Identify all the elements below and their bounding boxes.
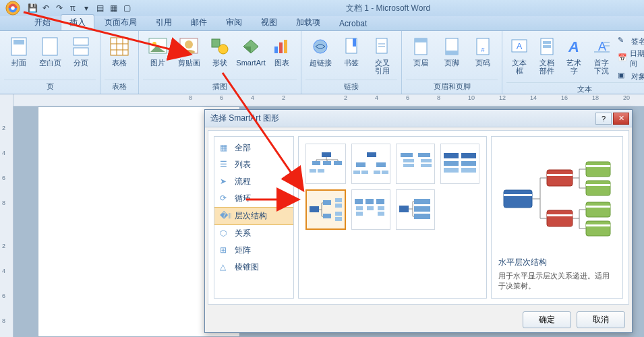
table-button[interactable]: 表格 xyxy=(105,34,134,69)
dialog-titlebar: 选择 SmartArt 图形 ? ✕ xyxy=(205,110,632,127)
group-text: A文本框 文档部件 A艺术字 A首字下沉 ✎签名行 ▾ 📅日期和时间 ▣对象 ▾… xyxy=(502,31,644,94)
svg-rect-48 xyxy=(310,169,316,173)
svg-rect-94 xyxy=(586,162,610,177)
cover-page-button[interactable]: 封面 xyxy=(4,34,34,69)
category-cycle[interactable]: ⟳循环 xyxy=(214,190,293,207)
preview-description: 用于水平显示层次关系递进。适用于决策树。 xyxy=(498,271,616,291)
qat-dropdown-icon[interactable]: ▾ xyxy=(81,3,92,13)
group-label: 表格 xyxy=(105,80,134,94)
tab-addins[interactable]: 加载项 xyxy=(287,14,329,30)
svg-rect-75 xyxy=(335,217,342,221)
undo-icon[interactable]: ↶ xyxy=(40,3,51,13)
category-label: 棱锥图 xyxy=(235,262,259,273)
tab-view[interactable]: 视图 xyxy=(252,14,286,30)
layout-thumb-1[interactable] xyxy=(351,144,390,184)
layout-thumb-5[interactable] xyxy=(351,189,390,230)
category-all[interactable]: ▦全部 xyxy=(214,140,293,156)
clipart-button[interactable]: 剪贴画 xyxy=(174,34,204,69)
close-button[interactable]: ✕ xyxy=(613,113,629,125)
layout-thumb-2[interactable] xyxy=(396,144,435,184)
tab-review[interactable]: 审阅 xyxy=(217,14,251,30)
category-matrix[interactable]: ⊞矩阵 xyxy=(214,242,293,259)
svg-rect-5 xyxy=(74,38,88,45)
category-list[interactable]: ☰列表 xyxy=(214,156,293,173)
svg-rect-65 xyxy=(444,161,459,166)
wordart-button[interactable]: A艺术字 xyxy=(561,34,587,77)
object-button[interactable]: ▣对象 ▾ xyxy=(616,70,644,82)
svg-rect-4 xyxy=(42,38,57,55)
svg-rect-52 xyxy=(376,162,386,167)
cancel-button[interactable]: 取消 xyxy=(577,311,625,328)
qat-item3-icon[interactable]: ▢ xyxy=(121,3,132,13)
category-icon: ☰ xyxy=(220,160,231,171)
crossref-button[interactable]: 交叉 引用 xyxy=(368,34,397,77)
tab-acrobat[interactable]: Acrobat xyxy=(330,16,376,30)
tab-references[interactable]: 引用 xyxy=(147,14,181,30)
page-break-button[interactable]: 分页 xyxy=(66,34,96,69)
svg-rect-49 xyxy=(318,169,324,173)
layout-thumb-3[interactable] xyxy=(440,144,479,184)
shapes-button[interactable]: 形状 xyxy=(205,34,235,69)
qat-item2-icon[interactable]: ▦ xyxy=(108,3,119,13)
smartart-button[interactable]: SmartArt xyxy=(236,34,266,69)
svg-rect-55 xyxy=(374,171,380,174)
bookmark-button[interactable]: 书签 xyxy=(336,34,366,69)
horizontal-hierarchy-icon xyxy=(500,158,614,239)
svg-rect-21 xyxy=(284,40,287,53)
svg-point-18 xyxy=(218,44,228,54)
ok-button[interactable]: 确定 xyxy=(523,311,571,328)
svg-rect-85 xyxy=(414,199,430,204)
layout-gallery xyxy=(298,136,487,299)
svg-rect-97 xyxy=(586,184,610,186)
header-button[interactable]: 页眉 xyxy=(406,34,436,69)
textbox-button[interactable]: A文本框 xyxy=(506,34,532,77)
svg-rect-46 xyxy=(323,161,331,165)
tab-home[interactable]: 开始 xyxy=(26,14,59,30)
signature-icon: ✎ xyxy=(618,36,628,47)
picture-button[interactable]: 图片 xyxy=(143,34,173,69)
office-button[interactable] xyxy=(1,0,24,16)
chart-button[interactable]: 图表 xyxy=(267,34,297,69)
svg-point-13 xyxy=(152,42,156,46)
svg-rect-54 xyxy=(361,171,368,174)
tab-pagelayout[interactable]: 页面布局 xyxy=(96,14,146,30)
group-label: 链接 xyxy=(305,80,397,94)
svg-rect-29 xyxy=(446,51,458,55)
svg-rect-70 xyxy=(323,200,331,205)
svg-rect-57 xyxy=(401,153,413,157)
svg-rect-82 xyxy=(378,206,384,210)
svg-rect-61 xyxy=(421,159,432,162)
redo-icon[interactable]: ↷ xyxy=(54,3,65,13)
category-label: 循环 xyxy=(235,193,251,204)
signature-line-button[interactable]: ✎签名行 ▾ xyxy=(616,35,644,47)
category-pyramid[interactable]: △棱锥图 xyxy=(214,259,293,276)
category-process[interactable]: ➤流程 xyxy=(214,173,293,190)
footer-button[interactable]: 页脚 xyxy=(437,34,467,69)
quickparts-button[interactable]: 文档部件 xyxy=(533,34,559,77)
tab-insert[interactable]: 插入 xyxy=(61,14,94,30)
category-label: 流程 xyxy=(235,176,251,187)
dropcap-button[interactable]: A首字下沉 xyxy=(588,34,614,77)
datetime-button[interactable]: 📅日期和时间 xyxy=(616,48,644,69)
help-button[interactable]: ? xyxy=(595,113,612,125)
layout-thumb-6[interactable] xyxy=(396,189,435,230)
svg-rect-45 xyxy=(312,161,320,165)
pi-icon[interactable]: π xyxy=(67,3,78,13)
svg-rect-80 xyxy=(356,212,363,216)
svg-rect-51 xyxy=(356,162,365,167)
preview-pane: 水平层次结构 用于水平显示层次关系递进。适用于决策树。 xyxy=(491,136,623,299)
svg-rect-86 xyxy=(414,206,430,212)
svg-rect-36 xyxy=(543,45,551,48)
save-icon[interactable]: 💾 xyxy=(27,3,38,13)
pagenum-button[interactable]: #页码 xyxy=(468,34,498,69)
hyperlink-button[interactable]: 超链接 xyxy=(305,34,335,69)
category-hierarchy[interactable]: �⫴层次结构 xyxy=(214,207,293,225)
layout-thumb-4[interactable] xyxy=(305,189,346,230)
category-relationship[interactable]: ⬡关系 xyxy=(214,225,293,242)
svg-rect-53 xyxy=(353,171,360,174)
qat-item-icon[interactable]: ▤ xyxy=(94,3,105,13)
svg-rect-62 xyxy=(421,164,432,167)
layout-thumb-0[interactable] xyxy=(305,144,346,184)
tab-mailings[interactable]: 邮件 xyxy=(182,14,216,30)
blank-page-button[interactable]: 空白页 xyxy=(35,34,65,69)
